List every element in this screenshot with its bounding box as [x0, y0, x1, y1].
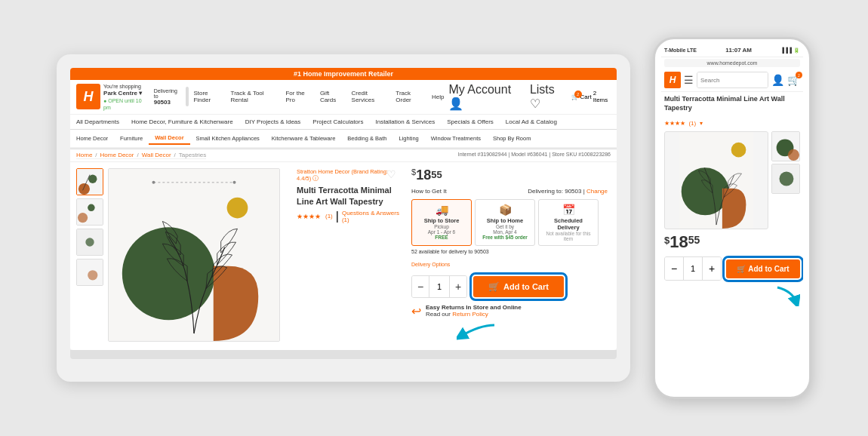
nav-home-decor[interactable]: Home Decor, Furniture & Kitchenware	[125, 115, 239, 129]
search-bar: 🔍	[186, 87, 189, 106]
sub-nav-window[interactable]: Window Treatments	[425, 133, 487, 144]
mobile-thumb-2[interactable]	[771, 164, 800, 194]
store-info: You're shopping Park Centre ▾ ● OPEN unt…	[103, 83, 148, 112]
mobile-product-title: Multi Terracotta Minimal Line Art Wall T…	[664, 95, 800, 112]
delivery-section: How to Get It Delivering to: 90503 | Cha…	[411, 188, 608, 269]
my-account-link[interactable]: My Account 👤	[448, 83, 525, 111]
thumbnail-4[interactable]	[76, 259, 103, 286]
mobile-rating-row: ★★★★ (1) ▾	[664, 115, 800, 128]
ship-to-home-option[interactable]: 📦 Ship to Home Get it by Mon, Apr 4 Free…	[475, 199, 535, 246]
mobile-qty-increase-button[interactable]: +	[703, 257, 721, 280]
delivery-options-link[interactable]: Delivery Options	[411, 262, 450, 267]
mobile-user-icon[interactable]: 👤	[771, 74, 784, 86]
mobile-header: H ☰ 🔍 👤 🛒 2	[661, 69, 803, 92]
sub-nav-lighting[interactable]: Lighting	[392, 133, 424, 144]
delivering-to: Delivering to: 90503 | Change	[528, 188, 608, 195]
star-rating: ★★★★	[297, 213, 321, 220]
lists-link[interactable]: Lists ♡	[530, 83, 567, 111]
thumbnail-2[interactable]	[76, 198, 103, 226]
thumbnail-3[interactable]	[76, 229, 103, 256]
nav-installation[interactable]: Installation & Services	[369, 115, 441, 129]
svg-point-10	[88, 270, 97, 280]
track-order-link[interactable]: Track Order	[396, 90, 426, 103]
svg-point-2	[78, 183, 90, 195]
scheduled-title: Scheduled Delivery	[543, 217, 593, 231]
breadcrumb-row: Home / Home Decor / Wall Decor / Tapestr…	[70, 149, 617, 162]
brand-link[interactable]: Stratton Home Decor	[297, 168, 349, 175]
review-count[interactable]: (1)	[325, 213, 333, 220]
svg-point-16	[233, 181, 236, 184]
store-name[interactable]: Park Centre ▾	[103, 90, 148, 97]
main-nav: All Departments Home Decor, Furniture & …	[70, 115, 617, 130]
rating-row: ★★★★ (1) | Questions & Answers (1)	[297, 210, 402, 223]
header-right: Store Finder Track & Tool Rental For the…	[193, 90, 444, 103]
thumbnail-1[interactable]	[76, 168, 103, 195]
cart-area[interactable]: 🛒 2 Cart 2 Items	[571, 90, 611, 103]
store-finder-link[interactable]: Store Finder	[193, 90, 224, 103]
quantity-decrease-button[interactable]: −	[412, 276, 429, 297]
delivery-header: How to Get It Delivering to: 90503 | Cha…	[411, 188, 608, 195]
return-policy-link[interactable]: Return Policy	[452, 311, 488, 318]
breadcrumb-home[interactable]: Home	[76, 152, 92, 158]
quantity-increase-button[interactable]: +	[450, 276, 466, 297]
scheduled-na: Not available for this item	[543, 231, 593, 241]
hd-logo[interactable]: H	[76, 84, 100, 109]
for-pro-link[interactable]: For the Pro	[285, 90, 313, 103]
product-area: ♡ Stratton Home Decor (Brand Rating: 4.4…	[70, 162, 617, 350]
ship-store-sub2: Apr 1 - Apr 6	[417, 229, 466, 235]
mobile-content: Multi Terracotta Minimal Line Art Wall T…	[661, 92, 803, 389]
mobile-cart-icon[interactable]: 🛒 2	[787, 74, 800, 86]
mobile-time: 11:07 AM	[725, 47, 752, 54]
credit-services-link[interactable]: Credit Services	[352, 90, 390, 103]
mobile-cyan-arrow	[770, 284, 800, 306]
ship-home-free: Free with $45 order	[480, 235, 530, 240]
sub-nav-wall-decor[interactable]: Wall Decor	[149, 132, 189, 145]
breadcrumb-current: Tapestries	[179, 152, 206, 158]
mobile-add-to-cart-button[interactable]: 🛒 Add to Cart	[726, 259, 800, 278]
mobile-rating-chevron[interactable]: ▾	[700, 120, 703, 127]
sub-nav-furniture[interactable]: Furniture	[114, 133, 149, 144]
header-top: H You're shopping Park Centre ▾ ● OPEN u…	[70, 80, 617, 115]
laptop-screen: #1 Home Improvement Retailer H You're sh…	[70, 68, 617, 351]
mobile-thumb-1[interactable]	[771, 131, 800, 161]
nav-all-departments[interactable]: All Departments	[70, 115, 125, 129]
price-section: $ 18 55	[411, 168, 608, 182]
ship-store-icon: 🚚	[417, 204, 466, 216]
add-to-cart-button[interactable]: 🛒 Add to Cart	[473, 276, 564, 297]
sub-nav-kitchenware[interactable]: Kitchenware & Tableware	[266, 133, 342, 144]
nav-calculators[interactable]: Project Calculators	[306, 115, 369, 129]
svg-point-18	[682, 168, 729, 216]
sub-nav-small-kitchen[interactable]: Small Kitchen Appliances	[190, 133, 266, 144]
svg-point-19	[731, 143, 746, 158]
site-header: H You're shopping Park Centre ▾ ● OPEN u…	[70, 80, 617, 150]
nav-specials[interactable]: Specials & Offers	[441, 115, 500, 129]
mobile-qty-decrease-button[interactable]: −	[665, 257, 683, 280]
nav-diy[interactable]: DIY Projects & Ideas	[239, 115, 307, 129]
wishlist-icon[interactable]: ♡	[386, 168, 396, 180]
nav-local-ad[interactable]: Local Ad & Catalog	[500, 115, 563, 129]
product-title: Multi Terracotta Minimal Line Art Wall T…	[297, 185, 402, 207]
scheduled-delivery-option[interactable]: 📅 Scheduled Delivery Not available for t…	[538, 199, 599, 246]
breadcrumb: Home / Home Decor / Wall Decor / Tapestr…	[76, 152, 206, 159]
sub-nav-bedding[interactable]: Bedding & Bath	[341, 133, 392, 144]
returns-icon: ↩	[411, 304, 421, 318]
sub-nav-shop-room[interactable]: Shop By Room	[487, 133, 537, 144]
sub-nav-home-decor[interactable]: Home Decor	[70, 133, 114, 144]
mobile-rating-count[interactable]: (1)	[688, 120, 696, 127]
qa-link[interactable]: Questions & Answers (1)	[342, 210, 402, 223]
mobile-url-bar: www.homedepot.com	[664, 59, 800, 67]
hamburger-icon[interactable]: ☰	[684, 74, 694, 86]
search-input[interactable]	[187, 88, 189, 105]
breadcrumb-home-decor[interactable]: Home Decor	[100, 152, 134, 158]
change-zip-link[interactable]: Change	[586, 188, 608, 195]
price-display: $ 18 55	[411, 168, 608, 182]
track-tool-link[interactable]: Track & Tool Rental	[231, 90, 280, 103]
laptop-frame: #1 Home Improvement Retailer H You're sh…	[57, 54, 630, 382]
mobile-hd-logo[interactable]: H	[664, 72, 681, 88]
help-link[interactable]: Help	[432, 94, 444, 100]
ship-to-store-option[interactable]: 🚚 Ship to Store Pickup Apr 1 - Apr 6 FRE…	[411, 199, 472, 246]
breadcrumb-wall-decor[interactable]: Wall Decor	[142, 152, 171, 158]
mobile-carrier: T-Mobile LTE	[664, 48, 697, 53]
gift-cards-link[interactable]: Gift Cards	[320, 90, 346, 103]
mobile-search-input[interactable]	[697, 72, 768, 88]
